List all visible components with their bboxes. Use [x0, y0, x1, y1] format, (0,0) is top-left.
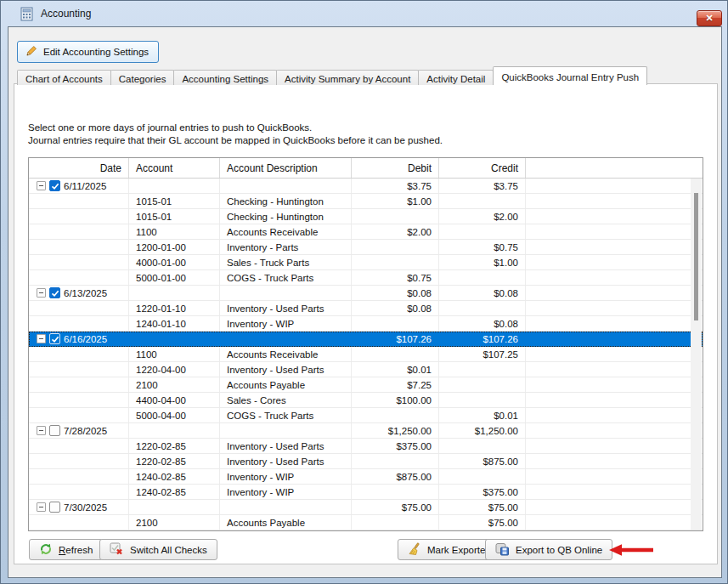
cell-credit: $0.75 — [439, 240, 526, 254]
cell-account: 1240-02-85 — [129, 485, 220, 499]
detail-row[interactable]: 4000-01-00Sales - Truck Parts$1.00 — [29, 255, 703, 270]
cell-debit — [352, 255, 439, 269]
cell-filler — [526, 408, 703, 422]
cell-debit: $3.75 — [352, 179, 439, 193]
detail-row[interactable]: 2100Accounts Payable$7.25 — [29, 377, 703, 393]
group-date: 6/16/2025 — [64, 334, 107, 344]
instructions-line2: Journal entries require that their GL ac… — [28, 134, 443, 147]
edit-accounting-settings-label: Edit Accounting Settings — [43, 47, 149, 57]
detail-row[interactable]: 1015-01Checking - Huntington$2.00 — [29, 209, 703, 224]
collapse-minus-icon[interactable] — [37, 502, 46, 512]
header-cell-debit[interactable]: Debit — [352, 158, 439, 178]
day-checkbox[interactable] — [49, 333, 60, 344]
cell-filler — [526, 194, 703, 208]
cell-date — [29, 316, 129, 331]
detail-row[interactable]: 1220-02-85Inventory - Used Parts$875.00 — [29, 454, 703, 469]
cell-account: 1100 — [129, 224, 220, 239]
detail-row[interactable]: 1240-01-10Inventory - WIP$0.08 — [29, 316, 703, 332]
tab-chart-of-accounts[interactable]: Chart of Accounts — [17, 70, 111, 85]
detail-row[interactable]: 1200-01-00Inventory - Parts$0.75 — [29, 240, 703, 255]
cell-debit: $0.08 — [352, 301, 439, 315]
cell-credit — [439, 301, 526, 315]
day-checkbox[interactable] — [49, 287, 60, 298]
cell-account — [129, 423, 220, 438]
cell-debit: $1.00 — [352, 194, 439, 208]
cell-date — [29, 362, 129, 377]
detail-row[interactable]: 1100Accounts Receivable$2.00 — [29, 224, 703, 240]
cell-credit: $75.00 — [439, 515, 526, 530]
group-row[interactable]: 6/11/2025$3.75$3.75 — [29, 179, 703, 194]
cell-account: 1220-02-85 — [129, 439, 220, 453]
scrollbar-thumb[interactable] — [694, 193, 698, 320]
cell-description — [220, 332, 352, 346]
cell-description: Inventory - WIP — [220, 469, 352, 484]
collapse-minus-icon[interactable] — [37, 181, 46, 190]
cell-description: Inventory - WIP — [220, 485, 352, 499]
detail-row[interactable]: 1015-01Checking - Huntington$1.00 — [29, 194, 703, 209]
header-cell-account-description[interactable]: Account Description — [220, 158, 352, 178]
day-checkbox[interactable] — [49, 180, 60, 191]
day-checkbox[interactable] — [49, 425, 60, 436]
cell-description: Sales - Truck Parts — [220, 255, 352, 269]
header-cell-account[interactable]: Account — [129, 158, 220, 178]
export-qb-online-button[interactable]: Export to QB Online — [485, 539, 612, 560]
tab-activity-detail[interactable]: Activity Detail — [418, 70, 494, 85]
vertical-scrollbar[interactable] — [691, 179, 702, 530]
close-button[interactable]: ✕ — [697, 10, 722, 26]
cell-filler — [526, 301, 703, 315]
cell-debit — [352, 209, 439, 224]
header-cell-filler — [526, 158, 703, 178]
cell-account: 1240-02-85 — [129, 469, 220, 484]
group-row[interactable]: 6/16/2025$107.26$107.26 — [29, 332, 703, 347]
day-checkbox[interactable] — [49, 502, 60, 513]
cell-filler — [526, 485, 703, 499]
detail-row[interactable]: 5000-01-00COGS - Truck Parts$0.75 — [29, 270, 703, 286]
cell-filler — [526, 179, 703, 193]
detail-row[interactable]: 1220-04-00Inventory - Used Parts$0.01 — [29, 362, 703, 377]
cell-credit: $0.08 — [439, 316, 526, 331]
tab-page-quickbooks-journal-entry-push: Select one or more days of journal entri… — [14, 83, 718, 564]
refresh-button[interactable]: Refresh — [29, 539, 103, 560]
collapse-minus-icon[interactable] — [37, 426, 46, 435]
detail-row[interactable]: 1100Accounts Receivable$107.25 — [29, 347, 703, 362]
cell-description — [220, 423, 352, 438]
detail-row[interactable]: 1240-02-85Inventory - WIP$375.00 — [29, 485, 703, 500]
cell-debit — [352, 347, 439, 361]
detail-row[interactable]: 5000-04-00COGS - Truck Parts$0.01 — [29, 408, 703, 423]
detail-row[interactable]: 4400-04-00Sales - Cores$100.00 — [29, 393, 703, 408]
detail-row[interactable]: 2100Accounts Payable$75.00 — [29, 515, 703, 530]
header-cell-date[interactable]: Date — [29, 158, 129, 178]
collapse-minus-icon[interactable] — [37, 288, 46, 298]
tab-accounting-settings[interactable]: Accounting Settings — [173, 70, 277, 85]
cell-credit: $0.08 — [439, 286, 526, 300]
group-row[interactable]: 7/28/2025$1,250.00$1,250.00 — [29, 423, 703, 439]
cell-account: 1100 — [129, 347, 220, 361]
switch-all-checks-button[interactable]: Switch All Checks — [99, 539, 217, 560]
cell-date — [29, 194, 129, 208]
tab-activity-summary-by-account[interactable]: Activity Summary by Account — [276, 70, 419, 85]
cell-credit: $0.01 — [439, 408, 526, 422]
cell-description: Inventory - Used Parts — [220, 362, 352, 377]
cell-filler — [526, 423, 703, 438]
cell-description: Inventory - WIP — [220, 316, 352, 331]
group-row[interactable]: 6/13/2025$0.08$0.08 — [29, 286, 703, 301]
edit-accounting-settings-button[interactable]: Edit Accounting Settings — [17, 41, 159, 63]
cell-credit: $1,250.00 — [439, 423, 526, 438]
detail-row[interactable]: 1220-01-10Inventory - Used Parts$0.08 — [29, 301, 703, 316]
group-row[interactable]: 7/30/2025$75.00$75.00 — [29, 500, 703, 515]
titlebar[interactable]: Accounting ✕ — [1, 1, 727, 26]
cell-account: 1220-04-00 — [129, 362, 220, 377]
tab-quickbooks-journal-entry-push[interactable]: QuickBooks Journal Entry Push — [493, 66, 647, 85]
cell-date — [29, 224, 129, 239]
cell-debit: $375.00 — [352, 439, 439, 453]
header-cell-credit[interactable]: Credit — [439, 158, 526, 178]
detail-row[interactable]: 1220-02-85Inventory - Used Parts$375.00 — [29, 439, 703, 454]
cell-account: 1220-01-10 — [129, 301, 220, 315]
tab-categories[interactable]: Categories — [110, 70, 175, 85]
cell-date — [29, 209, 129, 224]
cell-debit: $7.25 — [352, 377, 439, 392]
collapse-minus-icon[interactable] — [37, 334, 46, 343]
cell-debit — [352, 515, 439, 530]
cell-filler — [526, 255, 703, 269]
detail-row[interactable]: 1240-02-85Inventory - WIP$875.00 — [29, 469, 703, 485]
